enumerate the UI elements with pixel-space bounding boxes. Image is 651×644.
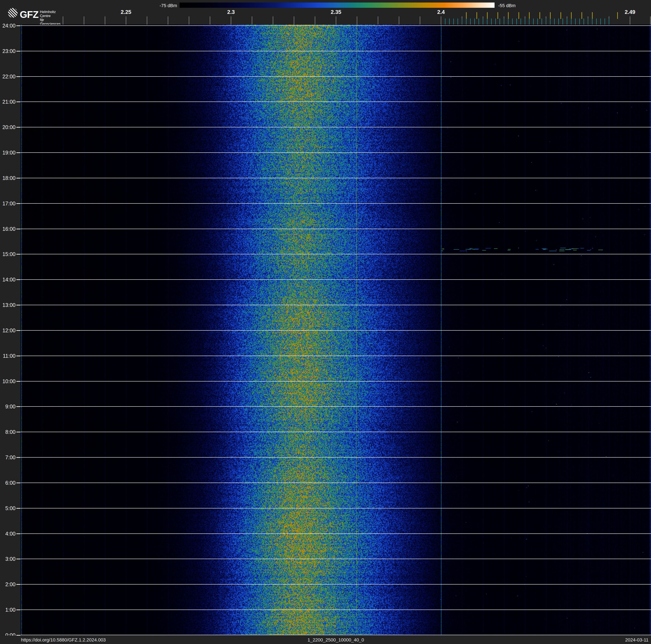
time-label: 21:00 — [0, 99, 16, 105]
time-tick — [17, 356, 20, 356]
freq-tick — [147, 17, 147, 25]
ble-channel-tick — [508, 19, 508, 25]
freq-label: 2.35 — [331, 9, 341, 16]
time-tick — [17, 330, 20, 331]
time-label: 5:00 — [0, 505, 16, 511]
ble-channel-tick — [483, 19, 483, 25]
footer-bar: https://doi.org/10.5880/GFZ.1.2.2024.003… — [0, 636, 651, 644]
time-tick — [17, 381, 20, 382]
ble-channel-tick — [600, 19, 601, 25]
freq-tick — [420, 17, 420, 25]
ble-channel-tick — [579, 19, 580, 25]
ble-channel-tick — [554, 19, 555, 25]
ble-channel-tick — [517, 19, 517, 25]
ble-channel-tick — [563, 19, 563, 25]
time-tick — [17, 254, 20, 255]
wifi-channel-tick — [519, 12, 519, 19]
wifi-channel-tick — [560, 12, 561, 19]
freq-label: 2.3 — [227, 9, 235, 16]
spectrogram-canvas — [21, 25, 651, 635]
freq-tick — [273, 17, 273, 25]
time-label: 2:00 — [0, 581, 16, 587]
wifi-channel-tick — [550, 12, 551, 19]
time-label: 11:00 — [0, 353, 16, 359]
freq-tick-edge — [650, 17, 651, 25]
time-tick — [17, 584, 20, 585]
time-label: 10:00 — [0, 378, 16, 384]
freq-tick — [252, 17, 252, 25]
freq-tick — [63, 17, 63, 25]
wifi-channel-tick — [617, 12, 618, 19]
freq-tick — [210, 17, 210, 25]
wifi-channel-tick — [466, 12, 467, 19]
freq-label: 2.25 — [121, 9, 131, 16]
ble-channel-tick — [609, 19, 609, 25]
time-tick — [17, 508, 20, 509]
time-label: 15:00 — [0, 251, 16, 257]
time-tick — [17, 533, 20, 534]
ble-channel-tick — [592, 19, 592, 25]
doi-text: https://doi.org/10.5880/GFZ.1.2.2024.003 — [21, 637, 106, 643]
time-label: 14:00 — [0, 276, 16, 283]
wifi-channel-tick — [508, 12, 508, 19]
ble-channel-tick — [500, 19, 500, 25]
ble-channel-tick — [458, 19, 458, 25]
time-tick — [17, 127, 20, 127]
colorbar-min-label: -75 dBm — [154, 3, 177, 8]
time-tick — [17, 51, 20, 52]
freq-tick — [189, 17, 189, 25]
wifi-channel-tick — [476, 12, 477, 19]
freq-tick — [399, 17, 399, 25]
time-label: 23:00 — [0, 48, 16, 54]
ble-channel-tick — [571, 19, 571, 25]
ble-channel-tick — [604, 19, 605, 25]
wifi-channel-tick — [497, 12, 498, 19]
time-tick — [17, 457, 20, 458]
freq-tick — [294, 17, 294, 25]
ble-channel-tick — [504, 19, 504, 25]
ble-channel-tick — [454, 19, 454, 25]
time-tick — [17, 229, 20, 229]
ble-channel-tick — [550, 19, 550, 25]
freq-tick — [357, 17, 357, 25]
wifi-channel-tick — [487, 12, 488, 19]
time-label: 16:00 — [0, 226, 16, 232]
time-label: 18:00 — [0, 175, 16, 181]
ble-channel-tick — [546, 19, 546, 25]
ble-channel-tick — [470, 19, 471, 25]
freq-label: 2.4 — [437, 9, 445, 16]
wifi-channel-tick — [571, 12, 571, 19]
ble-channel-tick — [584, 19, 584, 25]
time-tick — [17, 482, 20, 483]
ble-channel-tick — [541, 19, 542, 25]
freq-label: 2.49 — [625, 9, 636, 16]
freq-tick — [42, 17, 42, 25]
time-tick — [17, 305, 20, 305]
freq-tick — [84, 17, 84, 25]
ble-channel-tick — [533, 19, 534, 25]
time-label: 1:00 — [0, 607, 16, 613]
gfz-logo-subtitle: Helmholtz Centre for Geosciences — [40, 10, 60, 26]
ble-channel-tick — [478, 19, 479, 25]
time-label: 6:00 — [0, 480, 16, 486]
time-label: 19:00 — [0, 150, 16, 156]
ble-channel-tick — [495, 19, 496, 25]
time-tick — [17, 203, 20, 204]
time-label: 20:00 — [0, 124, 16, 130]
ble-channel-tick — [462, 19, 462, 25]
time-tick — [17, 279, 20, 280]
spectrogram-page: GFZ Helmholtz Centre for Geosciences -75… — [0, 0, 651, 644]
time-label: 9:00 — [0, 404, 16, 410]
freq-tick — [441, 17, 441, 25]
ble-channel-tick — [567, 19, 567, 25]
freq-tick — [231, 17, 231, 25]
freq-tick — [315, 17, 315, 25]
date-text: 2024-03-11 — [625, 637, 649, 643]
ble-channel-tick — [512, 19, 513, 25]
time-label: 3:00 — [0, 556, 16, 562]
ble-channel-tick — [537, 19, 538, 25]
time-tick — [17, 178, 20, 178]
time-tick — [17, 152, 20, 153]
wifi-channel-tick — [539, 12, 540, 19]
time-tick — [17, 559, 20, 559]
